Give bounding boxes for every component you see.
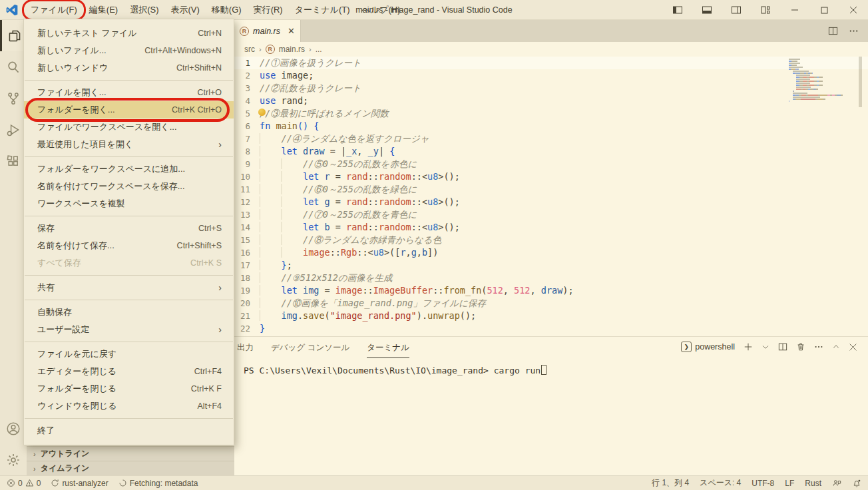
problems-status[interactable]: 0 0	[7, 479, 41, 488]
code-line[interactable]: 12 let g = rand::random::<u8>();	[234, 196, 868, 208]
menu-item[interactable]: 新しいテキスト ファイルCtrl+N	[24, 25, 234, 42]
menu-item[interactable]: 新しいファイル...Ctrl+Alt+Windows+N	[24, 42, 234, 59]
code-line[interactable]: 15 //⑧ランダムな赤緑青からなる色	[234, 234, 868, 246]
minimize-button[interactable]	[780, 0, 809, 20]
language-mode[interactable]: Rust	[805, 479, 821, 488]
tab-main-rs[interactable]: R main.rs ✕	[234, 20, 301, 42]
breadcrumb-more[interactable]: ...	[316, 45, 322, 54]
code-line[interactable]: 8 let draw = |_x, _y| {	[234, 145, 868, 158]
more-actions-icon[interactable]	[814, 342, 823, 352]
terminal-line[interactable]: PS C:\Users\Vexil\Documents\Rust\IO\imag…	[234, 358, 868, 375]
layout-panel-icon[interactable]	[692, 0, 722, 20]
menu-item[interactable]: 最近使用した項目を開く›	[24, 136, 234, 153]
minimap[interactable]	[789, 59, 839, 103]
panel-tab-ターミナル[interactable]: ターミナル	[367, 337, 409, 358]
menu-item[interactable]: 共有›	[24, 279, 234, 296]
panel-tab-出力[interactable]: 出力	[237, 337, 254, 358]
chevron-down-icon[interactable]	[761, 343, 769, 351]
editor-scrollbar[interactable]	[859, 57, 862, 107]
run-debug-icon[interactable]	[0, 114, 27, 145]
menu-item[interactable]: エディターを閉じるCtrl+F4	[24, 363, 234, 380]
code-line[interactable]: 13 //⑦0～255の乱数を青色に	[234, 208, 868, 221]
panel-tab-デバッグ コンソール[interactable]: デバッグ コンソール	[271, 337, 349, 358]
search-icon[interactable]	[0, 51, 27, 83]
code-line[interactable]: 10 let r = rand::random::<u8>();	[234, 170, 868, 183]
kill-terminal-trash-icon[interactable]	[796, 342, 805, 352]
menu-item[interactable]: ファイルを元に戻す	[24, 346, 234, 363]
notifications-bell-icon[interactable]	[852, 479, 861, 488]
source-control-icon[interactable]	[0, 83, 27, 114]
fetching-status[interactable]: Fetching: metadata	[118, 479, 198, 488]
code-line[interactable]: 5//③最初に呼ばれるメイン関数	[234, 107, 868, 120]
menubar-item[interactable]: 表示(V)	[165, 1, 206, 19]
code-line[interactable]: 19 let img = image::ImageBuffer::from_fn…	[234, 284, 868, 297]
layout-sidebar-left-icon[interactable]	[663, 0, 692, 20]
menu-item[interactable]: ファイルでワークスペースを開く...	[24, 119, 234, 136]
menu-item[interactable]: 終了	[24, 422, 234, 439]
menu-item[interactable]: 保存Ctrl+S	[24, 220, 234, 237]
menu-item[interactable]: ユーザー設定›	[24, 321, 234, 338]
terminal-shell-badge[interactable]: ❯ powershell	[681, 342, 735, 352]
split-editor-icon[interactable]	[828, 26, 838, 36]
close-window-button[interactable]	[839, 0, 868, 20]
menu-item[interactable]: 新しいウィンドウCtrl+Shift+N	[24, 59, 234, 77]
code-line[interactable]: 4use rand;	[234, 95, 868, 107]
sidebar-section-タイムライン[interactable]: ›タイムライン	[27, 461, 234, 475]
code-line[interactable]: 17 };	[234, 259, 868, 272]
code-line[interactable]: 16 image::Rgb::<u8>([r,g,b])	[234, 246, 868, 259]
customize-layout-icon[interactable]	[751, 0, 780, 20]
menu-item[interactable]: 名前を付けて保存...Ctrl+Shift+S	[24, 237, 234, 254]
menubar-item[interactable]: ファイル(F)	[25, 1, 83, 19]
code-line[interactable]: 6fn main() {	[234, 120, 868, 132]
feedback-icon[interactable]	[832, 479, 841, 488]
breadcrumb-folder[interactable]: src	[244, 45, 255, 54]
code-line[interactable]: 3//②乱数を扱うクレート	[234, 82, 868, 95]
menubar-item[interactable]: ヘルプ(H)	[356, 1, 407, 19]
code-line[interactable]: 14 let b = rand::random::<u8>();	[234, 221, 868, 234]
menubar-item[interactable]: 実行(R)	[248, 1, 289, 19]
menu-item[interactable]: フォルダーを開く...Ctrl+K Ctrl+O	[24, 101, 234, 119]
menubar-item[interactable]: 選択(S)	[124, 1, 164, 19]
menu-item[interactable]: ウィンドウを閉じるAlt+F4	[24, 397, 234, 415]
code-area[interactable]: 1//①画像を扱うクレート2use image;3//②乱数を扱うクレート4us…	[234, 57, 868, 335]
menu-item[interactable]: フォルダーを閉じるCtrl+K F	[24, 380, 234, 397]
menu-item[interactable]: 名前を付けてワークスペースを保存...	[24, 178, 234, 195]
code-line[interactable]: 1//①画像を扱うクレート	[234, 57, 868, 69]
explorer-icon[interactable]	[0, 20, 27, 51]
menubar-item[interactable]: 移動(G)	[206, 1, 248, 19]
breadcrumb[interactable]: src › R main.rs › ...	[234, 42, 868, 57]
menu-item[interactable]: ファイルを開く...Ctrl+O	[24, 84, 234, 101]
menu-item[interactable]: すべて保存Ctrl+K S	[24, 254, 234, 272]
split-terminal-icon[interactable]	[778, 342, 787, 352]
lightbulb-icon[interactable]	[258, 109, 266, 116]
code-line[interactable]: 9 //⑤0～255の乱数を赤色に	[234, 158, 868, 170]
menu-item[interactable]: ワークスペースを複製	[24, 195, 234, 212]
accounts-icon[interactable]	[0, 413, 27, 444]
code-line[interactable]: 11 //⑥0～255の乱数を緑色に	[234, 183, 868, 196]
close-panel-icon[interactable]	[849, 343, 857, 352]
code-line[interactable]: 20 //⑩画像を「image_rand.png」ファイルに保存	[234, 297, 868, 310]
menubar-item[interactable]: 編集(E)	[83, 1, 124, 19]
encoding[interactable]: UTF-8	[752, 479, 774, 488]
menubar-item[interactable]: ターミナル(T)	[289, 1, 356, 19]
cursor-position[interactable]: 行 1、列 4	[652, 477, 689, 489]
sidebar-section-アウトライン[interactable]: ›アウトライン	[27, 446, 234, 461]
maximize-button[interactable]	[809, 0, 839, 20]
menu-item[interactable]: フォルダーをワークスペースに追加...	[24, 160, 234, 178]
new-terminal-icon[interactable]	[744, 342, 753, 352]
code-line[interactable]: 2use image;	[234, 69, 868, 82]
rust-analyzer-status[interactable]: rust-analyzer	[51, 479, 108, 488]
indentation[interactable]: スペース: 4	[700, 477, 741, 489]
more-actions-icon[interactable]	[849, 26, 859, 36]
chevron-up-icon[interactable]	[832, 343, 840, 351]
code-line[interactable]: 21 img.save("image_rand.png").unwrap();	[234, 310, 868, 322]
eol-sequence[interactable]: LF	[785, 479, 794, 488]
tab-close-icon[interactable]: ✕	[288, 26, 295, 36]
menu-item[interactable]: 自動保存	[24, 304, 234, 321]
settings-gear-icon[interactable]	[0, 444, 27, 475]
breadcrumb-file[interactable]: main.rs	[279, 45, 305, 54]
code-line[interactable]: 18 //⑨512x512の画像を生成	[234, 272, 868, 284]
layout-sidebar-right-icon[interactable]	[722, 0, 751, 20]
code-line[interactable]: 7 //④ランダムな色を返すクロージャ	[234, 132, 868, 145]
code-line[interactable]: 22}	[234, 322, 868, 335]
